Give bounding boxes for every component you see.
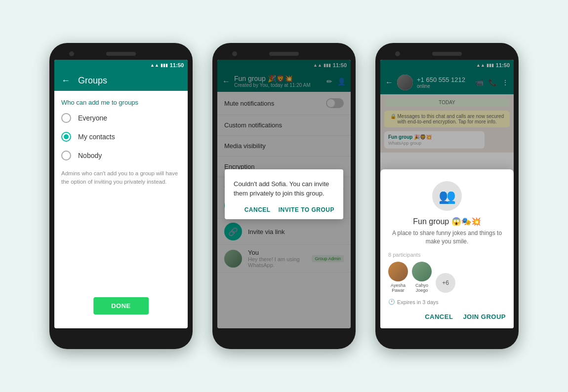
join-avatar-more: +6 (436, 273, 455, 293)
speaker-3 (432, 52, 462, 56)
radio-circle-everyone[interactable] (61, 113, 71, 123)
avatar-more-count: +6 (436, 273, 455, 293)
join-group-name: Fun group 😱🎭💥 (388, 217, 506, 226)
phone-1: ▲▲ ▮▮▮ 11:50 ← Groups Who can add me to … (49, 43, 193, 349)
group-icon-emoji: 👥 (439, 188, 456, 204)
dialog-cancel-btn[interactable]: CANCEL (244, 206, 271, 213)
dialog-invite-btn[interactable]: INVITE TO GROUP (279, 206, 334, 213)
join-actions: CANCEL JOIN GROUP (388, 313, 506, 320)
phone-screen-1: ▲▲ ▮▮▮ 11:50 ← Groups Who can add me to … (54, 60, 188, 328)
join-avatar-1: Ayesha Pawar (388, 262, 408, 293)
p1-header: ← Groups (54, 71, 188, 91)
dialog-actions-2: CANCEL INVITE TO GROUP (234, 206, 334, 213)
phone-screen-3: ▲▲ ▮▮▮ 11:50 ← +1 650 555 1212 online 📹 … (380, 60, 514, 328)
join-avatars: Ayesha Pawar Cahyo Joego +6 (388, 262, 506, 293)
phone-2: ▲▲ ▮▮▮ 11:50 ← Fun group 🎉🦁💥 Created by … (212, 43, 356, 349)
radio-nobody[interactable]: Nobody (61, 151, 181, 160)
done-button[interactable]: DONE (93, 297, 149, 314)
dialog-text-2: Couldn't add Sofia. You can invite them … (234, 179, 334, 198)
join-participants-label: 8 participants (388, 252, 506, 258)
phone-3: ▲▲ ▮▮▮ 11:50 ← +1 650 555 1212 online 📹 … (375, 43, 519, 349)
speaker-2 (269, 52, 299, 56)
camera-dot-1 (69, 51, 74, 56)
radio-mycontacts[interactable]: My contacts (61, 132, 181, 142)
status-bar-1: ▲▲ ▮▮▮ 11:50 (54, 60, 188, 71)
radio-circle-nobody[interactable] (61, 151, 71, 160)
radio-label-nobody: Nobody (78, 152, 102, 159)
section-label-1: Who can add me to groups (61, 99, 181, 106)
join-dialog: 👥 Fun group 😱🎭💥 A place to share funny j… (380, 169, 514, 328)
join-expires: 🕐 Expires in 3 days (388, 299, 506, 305)
p1-title: Groups (78, 76, 107, 86)
camera-dot-2 (232, 51, 237, 56)
p1-content: Who can add me to groups Everyone My con… (54, 91, 188, 195)
radio-label-everyone: Everyone (78, 114, 107, 122)
p1-note: Admins who can't add you to a group will… (61, 169, 181, 187)
join-group-icon: 👥 (432, 181, 462, 211)
status-icons-1: ▲▲ ▮▮▮ (150, 63, 168, 68)
back-arrow-1[interactable]: ← (61, 76, 70, 86)
phone-top-bar-2 (217, 52, 351, 56)
radio-circle-mycontacts[interactable] (61, 132, 71, 142)
phone-screen-2: ▲▲ ▮▮▮ 11:50 ← Fun group 🎉🦁💥 Created by … (217, 60, 351, 328)
avatar-name-1: Ayesha Pawar (391, 283, 406, 293)
join-group-desc: A place to share funny jokes and things … (388, 229, 506, 246)
wifi-icon-1: ▲▲ (150, 63, 159, 68)
avatar-img-2 (412, 262, 432, 281)
dialog-box-2: Couldn't add Sofia. You can invite them … (225, 169, 343, 219)
join-cancel-btn[interactable]: CANCEL (425, 313, 453, 320)
avatar-img-1 (388, 262, 408, 281)
join-group-btn[interactable]: JOIN GROUP (463, 313, 506, 320)
time-1: 11:50 (170, 62, 184, 68)
join-avatar-2: Cahyo Joego (412, 262, 432, 293)
clock-icon: 🕐 (388, 299, 395, 305)
speaker-1 (106, 52, 136, 56)
radio-everyone[interactable]: Everyone (61, 113, 181, 123)
phone-top-bar-1 (54, 52, 188, 56)
battery-icon-1: ▮▮▮ (161, 63, 168, 68)
radio-label-mycontacts: My contacts (78, 133, 115, 141)
avatar-name-2: Cahyo Joego (415, 283, 428, 293)
dialog-overlay-2: Couldn't add Sofia. You can invite them … (217, 60, 351, 328)
camera-dot-3 (395, 51, 400, 56)
phone-top-bar-3 (380, 52, 514, 56)
expires-text: Expires in 3 days (397, 299, 439, 305)
